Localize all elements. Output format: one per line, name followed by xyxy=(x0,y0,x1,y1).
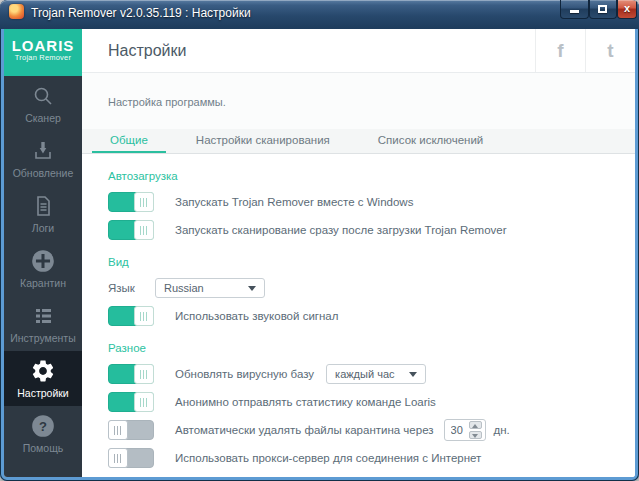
app-icon xyxy=(9,4,24,19)
svg-text:?: ? xyxy=(39,419,47,434)
sidebar-item-scanner[interactable]: Сканер xyxy=(4,76,82,131)
spinner-down-button[interactable] xyxy=(469,431,482,439)
chevron-down-icon xyxy=(409,372,417,377)
sidebar-item-label: Настройки xyxy=(17,387,69,399)
app-window: Trojan Remover v2.0.35.119 : Настройки x… xyxy=(0,0,639,481)
close-button[interactable]: x xyxy=(617,0,637,19)
sidebar-item-tools[interactable]: Инструменты xyxy=(4,296,82,351)
toggle-knob xyxy=(134,392,154,412)
setting-row: Использовать прокси-сервер для соединени… xyxy=(108,448,635,468)
language-row: Язык Russian xyxy=(108,278,635,298)
twitter-icon[interactable]: t xyxy=(585,29,635,72)
setting-row: Запускать сканирование сразу после загру… xyxy=(108,220,635,240)
search-icon xyxy=(30,83,56,109)
logo-brand: LOARIS xyxy=(4,38,82,53)
toggle-autodelete-quarantine[interactable] xyxy=(108,420,154,440)
section-heading-autoload: Автозагрузка xyxy=(108,170,635,182)
maximize-button[interactable] xyxy=(589,0,617,19)
sidebar-item-settings[interactable]: Настройки xyxy=(4,351,82,406)
setting-row: Запускать Trojan Remover вместе с Window… xyxy=(108,192,635,212)
page-title: Настройки xyxy=(82,42,535,60)
section-heading-view: Вид xyxy=(108,256,635,268)
sidebar-item-update[interactable]: Обновление xyxy=(4,131,82,186)
download-icon xyxy=(30,138,56,164)
logo-subtitle: Trojan Remover xyxy=(4,53,82,62)
sidebar-item-label: Обновление xyxy=(13,167,74,179)
sidebar-item-label: Сканер xyxy=(25,112,61,124)
toggle-knob xyxy=(108,420,128,440)
sidebar-item-label: Карантин xyxy=(20,277,66,289)
gear-icon xyxy=(30,358,56,384)
list-icon xyxy=(30,303,56,329)
quarantine-days-input[interactable] xyxy=(451,424,467,436)
language-selected-value: Russian xyxy=(164,282,204,294)
page-subtitle: Настройка программы. xyxy=(82,73,635,129)
toggle-sound-signal[interactable] xyxy=(108,306,154,326)
toggle-proxy-server[interactable] xyxy=(108,448,154,468)
spinner-up-button[interactable] xyxy=(469,421,482,429)
toggle-run-with-windows[interactable] xyxy=(108,192,154,212)
settings-content: Автозагрузка Запускать Trojan Remover вм… xyxy=(82,154,635,477)
title-bar[interactable]: Trojan Remover v2.0.35.119 : Настройки x xyxy=(0,0,639,29)
toggle-knob xyxy=(134,192,154,212)
setting-label: Запускать сканирование сразу после загру… xyxy=(175,224,507,236)
close-icon: x xyxy=(618,2,636,14)
toggle-send-statistics[interactable] xyxy=(108,392,154,412)
tab-exclusions[interactable]: Список исключений xyxy=(366,134,495,153)
update-frequency-value: каждый час xyxy=(335,368,394,380)
toggle-knob xyxy=(134,364,154,384)
minimize-button[interactable] xyxy=(560,0,589,19)
question-icon: ? xyxy=(30,413,56,439)
setting-row: Обновлять вирусную базу каждый час xyxy=(108,364,635,384)
setting-label: Использовать прокси-сервер для соединени… xyxy=(175,452,481,464)
sidebar: LOARIS Trojan Remover Сканер Обновление xyxy=(4,29,82,477)
page-header: Настройки f t xyxy=(82,29,635,73)
setting-label: Запускать Trojan Remover вместе с Window… xyxy=(175,196,413,208)
plus-circle-icon xyxy=(30,248,56,274)
toggle-knob xyxy=(134,220,154,240)
sidebar-item-logs[interactable]: Логи xyxy=(4,186,82,241)
toggle-scan-after-start[interactable] xyxy=(108,220,154,240)
tab-bar: Общие Настройки сканирования Список искл… xyxy=(82,129,635,154)
sidebar-item-label: Инструменты xyxy=(10,332,75,344)
tab-general[interactable]: Общие xyxy=(98,134,160,153)
setting-row: Использовать звуковой сигнал xyxy=(108,306,635,326)
language-label: Язык xyxy=(108,282,155,294)
sidebar-item-quarantine[interactable]: Карантин xyxy=(4,241,82,296)
chevron-down-icon xyxy=(248,286,256,291)
setting-label: Автоматически удалять файлы карантина че… xyxy=(175,424,434,436)
language-select[interactable]: Russian xyxy=(155,278,265,298)
facebook-icon[interactable]: f xyxy=(535,29,585,72)
quarantine-days-spinner xyxy=(444,419,486,441)
setting-label: Анонимно отправлять статистику команде L… xyxy=(175,396,436,408)
sidebar-item-label: Логи xyxy=(32,222,54,234)
toggle-knob xyxy=(108,448,128,468)
setting-label: Обновлять вирусную базу xyxy=(175,368,314,380)
setting-row: Автоматически удалять файлы карантина че… xyxy=(108,420,635,440)
sidebar-item-label: Помощь xyxy=(23,442,64,454)
minimize-icon xyxy=(570,10,579,13)
section-heading-misc: Разное xyxy=(108,342,635,354)
toggle-update-database[interactable] xyxy=(108,364,154,384)
sidebar-item-help[interactable]: ? Помощь xyxy=(4,406,82,461)
document-icon xyxy=(30,193,56,219)
main-panel: Настройки f t Настройка программы. Общие… xyxy=(82,29,635,477)
setting-row: Анонимно отправлять статистику команде L… xyxy=(108,392,635,412)
window-title: Trojan Remover v2.0.35.119 : Настройки xyxy=(31,6,251,20)
tab-scan-settings[interactable]: Настройки сканирования xyxy=(184,134,342,153)
loaris-logo: LOARIS Trojan Remover xyxy=(4,29,82,76)
setting-label: Использовать звуковой сигнал xyxy=(175,310,338,322)
days-suffix-label: дн. xyxy=(494,424,510,436)
maximize-icon xyxy=(598,5,607,13)
toggle-knob xyxy=(134,306,154,326)
update-frequency-select[interactable]: каждый час xyxy=(326,364,426,384)
